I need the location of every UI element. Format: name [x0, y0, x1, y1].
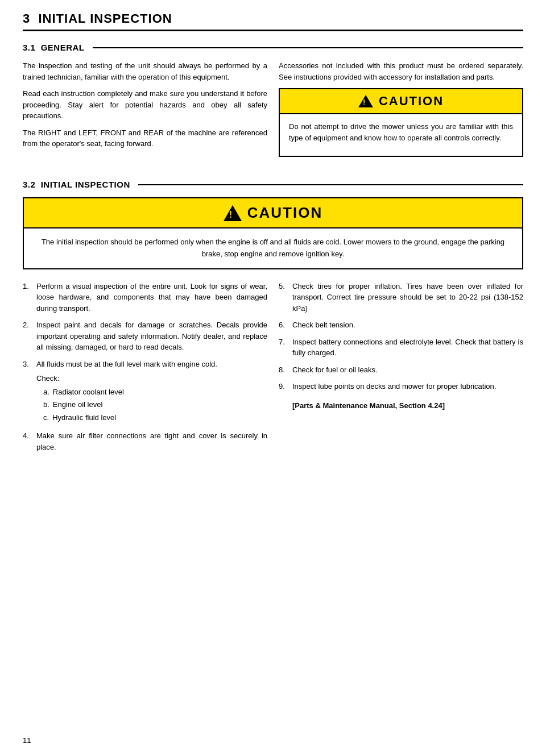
list-item-5: 5. Check tires for proper inflation. Tir… — [279, 281, 523, 314]
general-para1: The inspection and testing of the unit s… — [23, 60, 267, 82]
inspection-lists: 1. Perform a visual inspection of the en… — [23, 281, 523, 459]
caution-1-warning-icon — [358, 95, 373, 107]
check-label: Check: — [36, 373, 217, 384]
chapter-header: 3 INITIAL INSPECTION — [23, 11, 523, 31]
list-item-4: 4. Make sure air filter connections are … — [23, 430, 267, 452]
list-item-9: 9. Inspect lube points on decks and mowe… — [279, 381, 523, 392]
right-list-ol: 5. Check tires for proper inflation. Tir… — [279, 281, 523, 412]
section-3-2-header: 3.2 INITIAL INSPECTION — [23, 180, 523, 189]
list-item-3: 3. All fluids must be at the full level … — [23, 359, 267, 425]
alpha-item-c: c. Hydraulic fluid level — [43, 412, 217, 423]
caution-2-header: CAUTION — [24, 198, 522, 229]
alpha-item-b: b. Engine oil level — [43, 399, 217, 410]
left-list: 1. Perform a visual inspection of the en… — [23, 281, 267, 459]
section-3-1-content: The inspection and testing of the unit s… — [23, 60, 523, 163]
caution-box-2: CAUTION The initial inspection should be… — [23, 197, 523, 269]
caution-box-1: CAUTION Do not attempt to drive the mowe… — [279, 88, 523, 157]
caution-1-header: CAUTION — [280, 89, 522, 114]
list-item-2: 2. Inspect paint and decals for damage o… — [23, 319, 267, 353]
caution-2-title: CAUTION — [247, 204, 322, 222]
section-3-1-number: 3.1 GENERAL — [23, 43, 85, 52]
accessories-para: Accessories not included with this produ… — [279, 60, 523, 82]
section-3-2-number: 3.2 INITIAL INSPECTION — [23, 180, 130, 189]
caution-1-body: Do not attempt to drive the mower unless… — [280, 114, 522, 156]
caution-2-body: The initial inspection should be perform… — [24, 229, 522, 268]
section-3-1-right-col: Accessories not included with this produ… — [279, 60, 523, 163]
section-3-1-header: 3.1 GENERAL — [23, 43, 523, 52]
list-item-7: 7. Inspect battery connections and elect… — [279, 337, 523, 359]
list-item-8: 8. Check for fuel or oil leaks. — [279, 364, 523, 376]
sub-list-3: Check: a. Radiator coolant level b. Engi… — [36, 373, 217, 423]
chapter-title: 3 INITIAL INSPECTION — [23, 11, 523, 26]
general-para2: Read each instruction completely and mak… — [23, 88, 267, 122]
caution-2-warning-icon — [224, 205, 242, 221]
parts-manual-ref: [Parts & Maintenance Manual, Section 4.2… — [279, 400, 523, 412]
caution-1-title: CAUTION — [379, 94, 444, 109]
general-para3: The RIGHT and LEFT, FRONT and REAR of th… — [23, 127, 267, 149]
parts-manual-ref-text: [Parts & Maintenance Manual, Section 4.2… — [292, 400, 445, 412]
alpha-item-a: a. Radiator coolant level — [43, 387, 217, 398]
right-list: 5. Check tires for proper inflation. Tir… — [279, 281, 523, 459]
left-list-ol: 1. Perform a visual inspection of the en… — [23, 281, 267, 453]
section-3-1-left-col: The inspection and testing of the unit s… — [23, 60, 267, 163]
page-number: 11 — [23, 736, 31, 745]
list-item-1: 1. Perform a visual inspection of the en… — [23, 281, 267, 314]
list-item-6: 6. Check belt tension. — [279, 319, 523, 331]
